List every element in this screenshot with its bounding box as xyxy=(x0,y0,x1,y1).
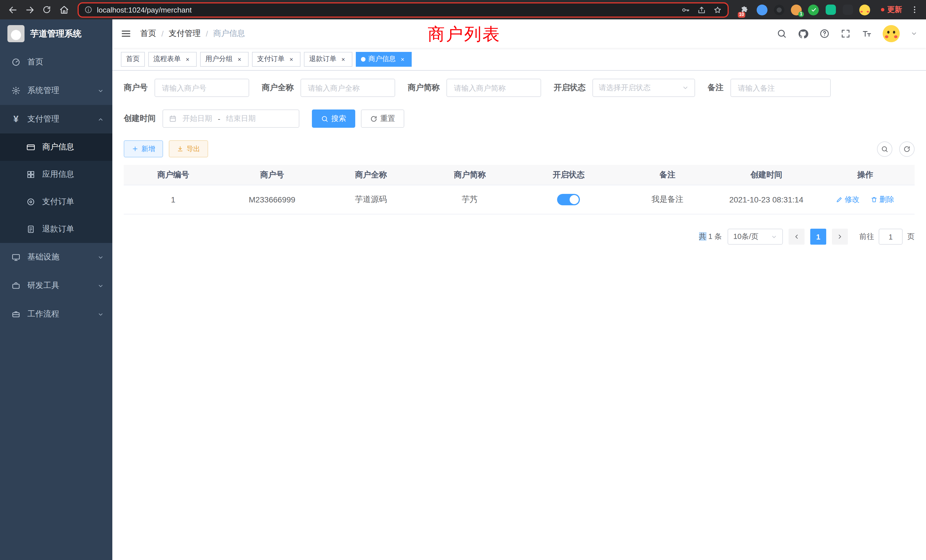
breadcrumb: 首页 / 支付管理 / 商户信息 xyxy=(140,29,245,39)
extension-avatar-icon[interactable]: 1 xyxy=(790,4,802,16)
end-date-placeholder: 结束日期 xyxy=(226,114,256,124)
sidebar-item-app-info[interactable]: 应用信息 xyxy=(0,161,112,188)
sidebar-item-payment[interactable]: ¥ 支付管理 xyxy=(0,105,112,133)
document-icon xyxy=(26,225,35,234)
browser-reload-button[interactable] xyxy=(39,2,55,18)
monitor-icon xyxy=(11,253,21,262)
browser-home-button[interactable] xyxy=(56,2,72,18)
breadcrumb-home[interactable]: 首页 xyxy=(140,29,156,39)
tab-process-form[interactable]: 流程表单 × xyxy=(148,51,197,67)
tab-pay-order[interactable]: 支付订单 × xyxy=(252,51,301,67)
tab-refund-order[interactable]: 退款订单 × xyxy=(304,51,353,67)
merchant-no-input[interactable] xyxy=(154,79,249,97)
pagination-total: 共 1 条 xyxy=(699,232,722,242)
page-unit-label: 页 xyxy=(907,232,915,242)
avatar-caret-icon[interactable] xyxy=(911,30,917,37)
download-icon xyxy=(177,145,184,152)
prev-page-button[interactable] xyxy=(788,229,805,245)
chevron-down-icon xyxy=(682,85,689,91)
search-icon[interactable] xyxy=(776,29,787,39)
add-button[interactable]: 新增 xyxy=(124,140,163,157)
remark-input[interactable] xyxy=(731,79,831,97)
reset-button-label: 重置 xyxy=(380,114,395,124)
extension-dark-icon[interactable] xyxy=(773,4,785,16)
close-icon[interactable]: × xyxy=(184,55,192,63)
sidebar-item-workflow[interactable]: 工作流程 xyxy=(0,300,112,328)
sidebar-item-devtools[interactable]: 研发工具 xyxy=(0,271,112,300)
sidebar-item-merchant-info[interactable]: 商户信息 xyxy=(0,133,112,161)
site-info-icon[interactable] xyxy=(85,6,92,14)
page-1-button[interactable]: 1 xyxy=(810,229,826,245)
sidebar-item-refund-order[interactable]: 退款订单 xyxy=(0,216,112,243)
refresh-table-button[interactable] xyxy=(899,141,915,157)
sidebar-toggle-button[interactable] xyxy=(121,29,131,39)
tab-user-group[interactable]: 用户分组 × xyxy=(200,51,249,67)
sidebar-item-home[interactable]: 首页 xyxy=(0,48,112,76)
bookmark-star-icon[interactable] xyxy=(713,5,722,14)
next-page-button[interactable] xyxy=(832,229,848,245)
address-bar[interactable]: localhost:1024/pay/merchant xyxy=(77,2,729,17)
password-key-icon[interactable] xyxy=(681,5,690,14)
tab-home[interactable]: 首页 xyxy=(121,51,145,67)
browser-update-button[interactable]: 更新 xyxy=(876,5,906,15)
goto-page-input[interactable] xyxy=(879,229,903,245)
reset-button[interactable]: 重置 xyxy=(361,109,404,128)
update-label: 更新 xyxy=(887,5,902,15)
extensions-puzzle-icon[interactable]: 10 xyxy=(739,4,751,16)
status-switch[interactable] xyxy=(557,194,580,205)
sidebar-item-system[interactable]: 系统管理 xyxy=(0,76,112,105)
cell-short-name: 芋艿 xyxy=(420,194,519,205)
share-icon[interactable] xyxy=(698,5,706,14)
browser-forward-button[interactable] xyxy=(22,2,38,18)
edit-link[interactable]: 修改 xyxy=(836,194,859,205)
extension-pikachu-icon[interactable] xyxy=(859,4,871,16)
export-button[interactable]: 导出 xyxy=(169,140,208,157)
short-name-input[interactable] xyxy=(446,79,541,97)
extension-green-square-icon[interactable] xyxy=(825,4,837,16)
extension-knot-icon[interactable] xyxy=(841,4,853,16)
select-placeholder: 请选择开启状态 xyxy=(599,83,651,93)
briefcase-icon xyxy=(11,310,21,319)
sidebar-item-infrastructure[interactable]: 基础设施 xyxy=(0,243,112,271)
close-icon[interactable]: × xyxy=(236,55,244,63)
tab-label: 支付订单 xyxy=(257,54,284,64)
refresh-icon xyxy=(903,145,911,153)
browser-back-button[interactable] xyxy=(5,2,21,18)
extension-blue-icon[interactable] xyxy=(756,4,768,16)
kebab-menu-icon xyxy=(910,5,919,14)
page-size-select[interactable]: 10条/页 xyxy=(728,229,783,245)
create-time-range-picker[interactable]: 开始日期 - 结束日期 xyxy=(162,109,300,128)
browser-menu-button[interactable] xyxy=(908,2,921,18)
extension-green-circle-icon[interactable] xyxy=(807,4,819,16)
sidebar-item-label: 首页 xyxy=(27,57,43,67)
filter-label: 商户全称 xyxy=(262,83,294,93)
delete-link[interactable]: 删除 xyxy=(871,194,894,205)
yen-icon: ¥ xyxy=(11,115,21,124)
help-icon[interactable] xyxy=(819,29,830,39)
avatar[interactable] xyxy=(883,25,900,42)
export-button-label: 导出 xyxy=(186,144,200,154)
close-icon[interactable]: × xyxy=(339,55,347,63)
app-logo[interactable]: 芋道管理系统 xyxy=(0,20,112,48)
edit-pencil-icon xyxy=(836,196,843,203)
sidebar-item-label: 系统管理 xyxy=(27,86,59,96)
fullscreen-icon[interactable] xyxy=(840,29,851,39)
sidebar-item-label: 支付管理 xyxy=(27,114,59,124)
tab-merchant-info[interactable]: 商户信息 × xyxy=(356,51,412,67)
sidebar-item-pay-order[interactable]: 支付订单 xyxy=(0,188,112,216)
page-size-value: 10条/页 xyxy=(733,232,758,242)
font-size-icon[interactable] xyxy=(862,29,872,39)
close-icon[interactable]: × xyxy=(287,55,295,63)
github-icon[interactable] xyxy=(798,28,808,39)
logo-avatar xyxy=(8,25,24,42)
close-icon[interactable]: × xyxy=(399,55,407,63)
url-text: localhost:1024/pay/merchant xyxy=(97,5,192,14)
search-button[interactable]: 搜索 xyxy=(312,109,355,128)
status-select[interactable]: 请选择开启状态 xyxy=(592,79,695,97)
back-arrow-icon xyxy=(8,5,17,15)
full-name-input[interactable] xyxy=(301,79,395,97)
sidebar-item-label: 研发工具 xyxy=(27,281,59,291)
sidebar-item-label: 商户信息 xyxy=(42,142,74,152)
breadcrumb-payment[interactable]: 支付管理 xyxy=(169,29,201,39)
toggle-search-button[interactable] xyxy=(877,141,892,157)
